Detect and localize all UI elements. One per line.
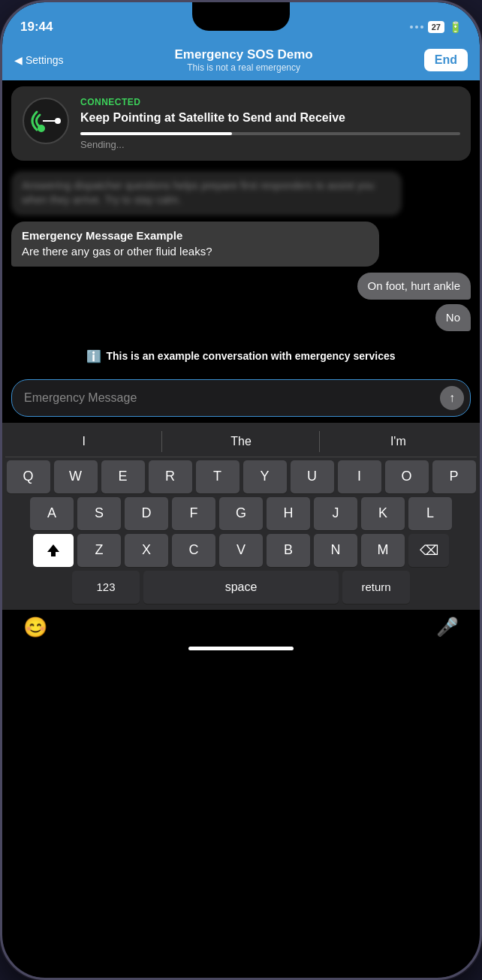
svg-point-2 (55, 118, 61, 124)
key-z[interactable]: Z (77, 534, 121, 567)
key-a[interactable]: A (30, 497, 74, 530)
suggestion-3[interactable]: I'm (320, 427, 477, 457)
key-p[interactable]: P (432, 460, 476, 493)
satellite-info: CONNECTED Keep Pointing at Satellite to … (80, 97, 460, 150)
key-m[interactable]: M (361, 534, 405, 567)
key-j[interactable]: J (314, 497, 357, 530)
message-sent-2: No (435, 304, 471, 331)
key-e[interactable]: E (101, 460, 145, 493)
send-arrow-icon: ↑ (449, 391, 455, 405)
info-text: This is an example conversation with eme… (106, 349, 395, 364)
phone-frame: 19:44 27 🔋 ◀ Settings Emergency SOS Demo… (0, 0, 482, 980)
info-icon: ℹ️ (86, 349, 101, 363)
battery-icon: 🔋 (449, 21, 462, 33)
key-u[interactable]: U (291, 460, 334, 493)
progress-bar-bg (80, 132, 460, 135)
phone-screen: 19:44 27 🔋 ◀ Settings Emergency SOS Demo… (2, 2, 480, 978)
key-n[interactable]: N (314, 534, 357, 567)
header-subtitle: This is not a real emergency (63, 62, 423, 73)
end-button[interactable]: End (424, 49, 468, 71)
key-x[interactable]: X (125, 534, 168, 567)
message-sent-text-1: On foot, hurt ankle (368, 279, 460, 292)
return-key[interactable]: return (342, 571, 410, 604)
keyboard-row-1: Q W E R T Y U I O P (5, 460, 477, 493)
svg-marker-4 (47, 544, 59, 556)
satellite-card: CONNECTED Keep Pointing at Satellite to … (11, 86, 471, 161)
delete-key[interactable]: ⌫ (408, 534, 449, 567)
numbers-key[interactable]: 123 (72, 571, 140, 604)
input-bar: ↑ (2, 373, 480, 423)
key-q[interactable]: Q (7, 460, 50, 493)
header-center: Emergency SOS Demo This is not a real em… (63, 47, 423, 73)
shift-icon (46, 543, 61, 558)
keyboard-bottom-row: 123 space return (5, 571, 477, 604)
key-o[interactable]: O (385, 460, 429, 493)
satellite-icon (22, 97, 70, 145)
message-received-1: Emergency Message Example Are there any … (11, 222, 379, 267)
key-w[interactable]: W (54, 460, 98, 493)
key-y[interactable]: Y (243, 460, 287, 493)
header-title: Emergency SOS Demo (63, 47, 423, 62)
key-f[interactable]: F (172, 497, 215, 530)
message-sent-wrap-1: On foot, hurt ankle (11, 273, 471, 300)
message-bold-title: Emergency Message Example (22, 229, 369, 242)
message-input[interactable] (24, 391, 434, 405)
key-c[interactable]: C (172, 534, 215, 567)
battery-badge: 27 (428, 21, 444, 33)
key-b[interactable]: B (267, 534, 310, 567)
bottom-toolbar: 😊 🎤 (2, 610, 480, 644)
progress-bar-fill (80, 132, 232, 135)
sending-label: Sending... (80, 139, 460, 150)
status-time: 19:44 (20, 20, 53, 35)
emoji-icon[interactable]: 😊 (23, 616, 47, 639)
message-body-1: Are there any gas or other fluid leaks? (22, 243, 369, 259)
keyboard-row-2: A S D F G H J K L (5, 497, 477, 530)
input-row: ↑ (11, 379, 471, 417)
keyboard-row-3: Z X C V B N M ⌫ (5, 534, 477, 567)
connected-label: CONNECTED (80, 97, 460, 107)
suggestions-row: I The I'm (5, 427, 477, 457)
message-sent-text-2: No (446, 311, 460, 324)
message-sent-wrap-2: No (11, 304, 471, 331)
status-right: 27 🔋 (410, 21, 462, 33)
key-r[interactable]: R (149, 460, 192, 493)
shift-key[interactable] (33, 534, 74, 567)
key-g[interactable]: G (219, 497, 263, 530)
microphone-icon[interactable]: 🎤 (436, 617, 459, 638)
key-h[interactable]: H (267, 497, 310, 530)
keyboard: I The I'm Q W E R T Y U I O P A S D (2, 423, 480, 610)
header-bar: ◀ Settings Emergency SOS Demo This is no… (2, 43, 480, 80)
info-notice: ℹ️ This is an example conversation with … (2, 340, 480, 373)
home-indicator (188, 647, 294, 650)
key-t[interactable]: T (196, 460, 239, 493)
suggestion-1[interactable]: I (5, 427, 162, 457)
space-key[interactable]: space (143, 571, 339, 604)
key-d[interactable]: D (125, 497, 168, 530)
blurred-message: Answering dispatcher questions helps pre… (11, 171, 402, 216)
suggestion-2[interactable]: The (162, 427, 319, 457)
message-sent-1: On foot, hurt ankle (357, 273, 471, 300)
key-v[interactable]: V (219, 534, 263, 567)
key-k[interactable]: K (361, 497, 405, 530)
key-l[interactable]: L (408, 497, 452, 530)
notch (192, 2, 290, 31)
key-i[interactable]: I (338, 460, 381, 493)
chat-area: Answering dispatcher questions helps pre… (2, 167, 480, 340)
key-s[interactable]: S (77, 497, 121, 530)
blurred-text: Answering dispatcher questions helps pre… (22, 179, 391, 208)
svg-point-3 (38, 125, 45, 132)
back-button[interactable]: ◀ Settings (14, 54, 63, 66)
satellite-title: Keep Pointing at Satellite to Send and R… (80, 110, 460, 126)
send-button[interactable]: ↑ (440, 386, 464, 410)
signal-dots (410, 26, 423, 29)
